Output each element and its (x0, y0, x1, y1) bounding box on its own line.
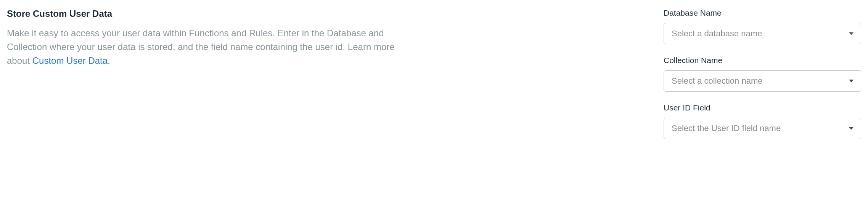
database-name-placeholder: Select a database name (664, 23, 861, 44)
custom-user-data-link[interactable]: Custom User Data. (32, 55, 110, 66)
user-id-field-group: User ID Field Select the User ID field n… (664, 103, 861, 139)
collection-name-group: Collection Name Select a collection name (664, 56, 861, 92)
collection-name-label: Collection Name (664, 56, 861, 65)
section-title: Store Custom User Data (7, 8, 396, 19)
description-panel: Store Custom User Data Make it easy to a… (7, 8, 396, 151)
form-panel: Database Name Select a database name Col… (664, 8, 861, 151)
database-name-select[interactable]: Select a database name (664, 23, 861, 44)
collection-name-select[interactable]: Select a collection name (664, 70, 861, 92)
user-id-field-placeholder: Select the User ID field name (664, 118, 861, 139)
section-description: Make it easy to access your user data wi… (7, 26, 396, 68)
collection-name-placeholder: Select a collection name (664, 70, 861, 92)
user-id-field-select[interactable]: Select the User ID field name (664, 118, 861, 139)
database-name-group: Database Name Select a database name (664, 8, 861, 44)
user-id-field-label: User ID Field (664, 103, 861, 112)
database-name-label: Database Name (664, 8, 861, 18)
